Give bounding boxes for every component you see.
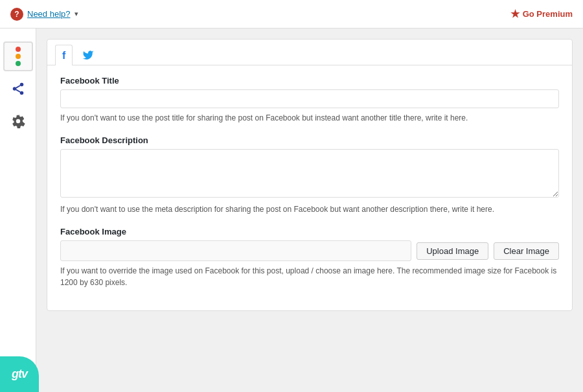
content-area: f Facebook Title If you don't want to us… (36, 29, 583, 392)
svg-line-4 (16, 86, 19, 88)
sidebar-item-seo-score[interactable] (3, 41, 33, 71)
facebook-description-textarea[interactable] (60, 149, 559, 198)
facebook-title-help: If you don't want to use the post title … (60, 112, 559, 124)
traffic-light-icon (16, 47, 21, 66)
go-premium-button[interactable]: ★ Go Premium (510, 8, 573, 20)
twitter-icon (82, 49, 94, 61)
facebook-icon: f (62, 50, 65, 62)
facebook-image-group: Facebook Image Upload Image Clear Image … (60, 227, 559, 288)
svg-point-2 (19, 91, 23, 95)
facebook-image-label: Facebook Image (60, 227, 559, 236)
need-help-link[interactable]: Need help? (27, 9, 71, 19)
image-upload-row: Upload Image Clear Image (60, 240, 559, 261)
form-body: Facebook Title If you don't want to use … (47, 65, 572, 310)
dot-yellow (16, 54, 21, 59)
gear-icon (11, 114, 25, 128)
tab-twitter[interactable] (75, 45, 101, 65)
top-bar: ? Need help? ▾ ★ Go Premium (0, 0, 583, 29)
facebook-image-help: If you want to override the image used o… (60, 265, 559, 288)
sidebar: ↙ (0, 29, 36, 392)
facebook-description-label: Facebook Description (60, 135, 559, 145)
top-bar-left: ? Need help? ▾ (10, 8, 78, 21)
upload-image-button[interactable]: Upload Image (417, 242, 488, 260)
tab-facebook[interactable]: f (55, 45, 73, 65)
help-icon[interactable]: ? (10, 8, 23, 21)
svg-line-3 (16, 89, 19, 92)
facebook-title-group: Facebook Title If you don't want to use … (60, 76, 559, 124)
chevron-down-icon[interactable]: ▾ (74, 10, 78, 18)
image-preview-input (60, 240, 411, 261)
top-bar-right: ★ Go Premium (510, 8, 573, 20)
dot-green (16, 61, 21, 66)
sidebar-item-social[interactable] (3, 74, 33, 104)
facebook-description-help: If you don't want to use the meta descri… (60, 203, 559, 215)
share-icon (11, 82, 25, 96)
main-card: f Facebook Title If you don't want to us… (47, 39, 573, 311)
tabs: f (47, 40, 572, 65)
svg-point-1 (12, 87, 16, 91)
gtv-logo: gtv (0, 356, 39, 392)
facebook-title-label: Facebook Title (60, 76, 559, 86)
facebook-description-group: Facebook Description If you don't want t… (60, 135, 559, 215)
clear-image-button[interactable]: Clear Image (494, 242, 559, 260)
main-layout: ↙ (0, 29, 583, 392)
facebook-title-input[interactable] (60, 89, 559, 108)
star-icon: ★ (510, 8, 520, 20)
go-premium-label: Go Premium (523, 9, 573, 19)
sidebar-item-settings[interactable] (3, 106, 33, 136)
dot-red (16, 47, 21, 52)
svg-point-0 (19, 83, 23, 86)
